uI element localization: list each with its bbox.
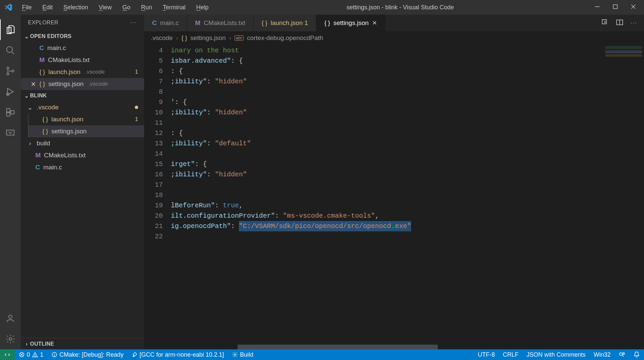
svg-point-30	[623, 353, 625, 354]
breadcrumb-item[interactable]: .vscode	[151, 34, 173, 42]
breadcrumb-item[interactable]: cortex-debug.openocdPath	[247, 34, 323, 42]
menu-help[interactable]: Help	[191, 4, 214, 11]
menu-run[interactable]: Run	[136, 4, 157, 11]
editor-tab[interactable]: Cmain.c	[144, 15, 187, 31]
menu-terminal[interactable]: Terminal	[157, 4, 191, 11]
code-content[interactable]: inary on the host isbar.advanced": { : {…	[171, 45, 601, 349]
menu-edit[interactable]: Edit	[37, 4, 58, 11]
file-name: settings.json	[48, 80, 84, 88]
status-build[interactable]: Build	[228, 351, 257, 358]
code-editor[interactable]: 4 5 6 7 8 9 10 11 12 13 14 15 16 17 18 1…	[144, 45, 644, 349]
svg-line-5	[12, 52, 14, 54]
json-file-icon: { }	[42, 128, 48, 135]
file-item[interactable]: Cmain.c	[21, 161, 144, 173]
chevron-down-icon: ⌄	[23, 93, 30, 99]
status-kit[interactable]: [GCC for arm-none-eabi 10.2.1]	[127, 351, 228, 358]
json-file-icon: { }	[39, 69, 45, 76]
modified-dot-icon	[135, 106, 138, 109]
file-item[interactable]: { }settings.json	[28, 125, 144, 137]
status-feedback-icon[interactable]	[615, 351, 629, 358]
section-project[interactable]: ⌄ BLINK	[21, 90, 144, 101]
open-editor-item[interactable]: { }launch.json.vscode1	[21, 66, 144, 78]
activity-settings-icon[interactable]	[0, 329, 21, 349]
titlebar: File Edit Selection View Go Run Terminal…	[0, 0, 644, 15]
editor-tab[interactable]: { }launch.json 1	[254, 15, 316, 31]
menu-bar: File Edit Selection View Go Run Terminal…	[17, 4, 214, 11]
editor-tab[interactable]: MCMakeLists.txt	[187, 15, 254, 31]
activity-search-icon[interactable]	[0, 40, 21, 61]
svg-point-4	[7, 47, 13, 53]
file-item[interactable]: { }launch.json1	[28, 113, 144, 125]
file-desc: .vscode	[85, 69, 105, 75]
chevron-right-icon: ›	[176, 34, 178, 42]
status-cmake[interactable]: CMake: [Debug]: Ready	[47, 351, 127, 358]
activity-accounts-icon[interactable]	[0, 308, 21, 329]
file-name: settings.json	[51, 128, 87, 135]
close-button[interactable]	[631, 4, 636, 11]
minimap[interactable]	[601, 45, 644, 349]
close-icon[interactable]: ✕	[372, 19, 377, 27]
editor-more-icon[interactable]: ···	[631, 20, 637, 26]
tab-bar: Cmain.cMCMakeLists.txt{ }launch.json 1{ …	[144, 15, 644, 31]
editor-tab[interactable]: { }settings.json✕	[316, 15, 385, 31]
open-editor-item[interactable]: MCMakeLists.txt	[21, 54, 144, 66]
tab-label: CMakeLists.txt	[204, 19, 246, 27]
status-language[interactable]: JSON with Comments	[523, 351, 590, 358]
svg-point-28	[234, 354, 236, 356]
minimize-button[interactable]	[595, 4, 600, 11]
section-outline[interactable]: › OUTLINE	[21, 338, 144, 349]
json-file-icon: { }	[42, 116, 48, 123]
remote-indicator-icon[interactable]	[0, 349, 15, 360]
activity-explorer-icon[interactable]	[0, 19, 21, 40]
menu-selection[interactable]: Selection	[58, 4, 93, 11]
activity-live-share-icon[interactable]	[0, 123, 21, 143]
chevron-right-icon: ›	[229, 34, 231, 42]
breadcrumb-item[interactable]: settings.json	[191, 34, 226, 42]
split-editor-icon[interactable]	[616, 19, 623, 28]
status-platform[interactable]: Win32	[590, 351, 615, 358]
sidebar-title: EXPLORER	[28, 20, 58, 26]
close-icon[interactable]: ✕	[31, 80, 36, 88]
svg-point-27	[133, 356, 134, 357]
svg-rect-13	[7, 130, 14, 135]
svg-rect-12	[11, 111, 14, 114]
open-changes-icon[interactable]	[601, 19, 609, 28]
sidebar-more-icon[interactable]: ···	[130, 20, 137, 26]
status-problems[interactable]: 0 1	[15, 351, 47, 358]
menu-file[interactable]: File	[17, 4, 37, 11]
section-open-editors[interactable]: ⌄ OPEN EDITORS	[21, 31, 144, 42]
activity-source-control-icon[interactable]	[0, 61, 21, 81]
vscode-logo-icon	[0, 3, 17, 12]
menu-go[interactable]: Go	[117, 4, 136, 11]
activity-run-debug-icon[interactable]	[0, 81, 21, 102]
cmake-file-icon: M	[195, 19, 201, 27]
badge-count: 1	[135, 69, 138, 75]
c-file-icon: C	[39, 44, 44, 52]
status-encoding[interactable]: UTF-8	[474, 351, 499, 358]
svg-rect-10	[7, 109, 10, 112]
folder-item[interactable]: ⌄.vscode	[21, 101, 144, 113]
status-notifications-icon[interactable]	[629, 351, 644, 358]
svg-point-14	[9, 315, 12, 318]
breadcrumbs[interactable]: .vscode › { } settings.json › abc cortex…	[144, 31, 644, 45]
menu-view[interactable]: View	[93, 4, 117, 11]
file-name: CMakeLists.txt	[48, 56, 90, 64]
file-name: launch.json	[48, 68, 80, 76]
tab-label: main.c	[160, 19, 179, 27]
folder-name: build	[37, 140, 50, 147]
svg-point-8	[12, 70, 14, 72]
file-name: CMakeLists.txt	[44, 152, 86, 159]
svg-point-26	[54, 355, 55, 356]
status-eol[interactable]: CRLF	[499, 351, 523, 358]
folder-item[interactable]: ›build	[21, 137, 144, 149]
open-editor-item[interactable]: ✕{ }settings.json.vscode	[21, 78, 144, 90]
folder-name: .vscode	[37, 104, 58, 111]
open-editor-item[interactable]: Cmain.c	[21, 42, 144, 54]
activity-extensions-icon[interactable]	[0, 102, 21, 123]
maximize-button[interactable]	[613, 4, 618, 11]
horizontal-scrollbar[interactable]	[238, 345, 438, 349]
svg-point-9	[7, 93, 9, 96]
badge-count: 1	[135, 116, 138, 123]
file-item[interactable]: MCMakeLists.txt	[21, 149, 144, 161]
window-title: settings.json - blink - Visual Studio Co…	[214, 4, 587, 11]
